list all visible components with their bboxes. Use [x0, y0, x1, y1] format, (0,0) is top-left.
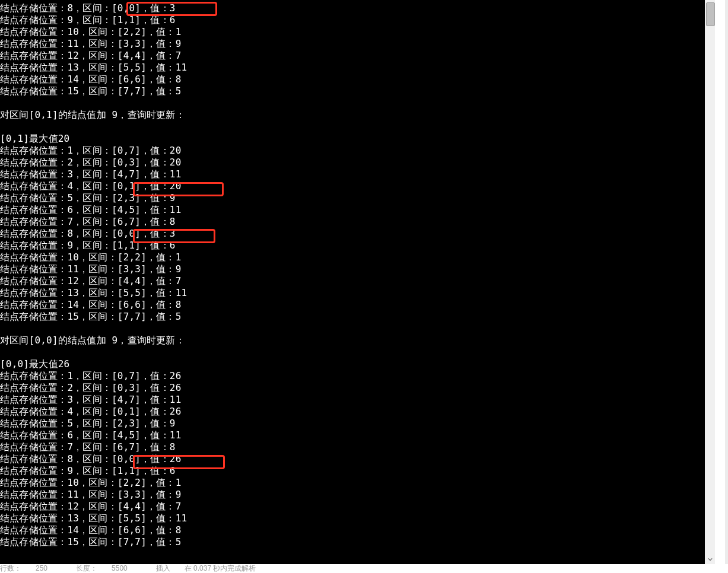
- console-line: 结点存储位置：4，区间：[0,1]，值：26: [0, 406, 715, 418]
- console-line: 结点存储位置：5，区间：[2,3]，值：9: [0, 192, 715, 204]
- console-line: 结点存储位置：2，区间：[0,3]，值：26: [0, 382, 715, 394]
- console-line: 结点存储位置：12，区间：[4,4]，值：7: [0, 501, 715, 512]
- console-line: 结点存储位置：13，区间：[5,5]，值：11: [0, 512, 715, 524]
- section-header: 对区间[0,0]的结点值加 9，查询时更新：: [0, 335, 715, 346]
- console-line: 结点存储位置：10，区间：[2,2]，值：1: [0, 26, 715, 38]
- console-line: 结点存储位置：11，区间：[3,3]，值：9: [0, 263, 715, 275]
- highlight-box-2: [133, 182, 224, 196]
- console-line: 结点存储位置：7，区间：[6,7]，值：8: [0, 441, 715, 453]
- console-line: 结点存储位置：14，区间：[6,6]，值：8: [0, 524, 715, 536]
- console-line: 结点存储位置：1，区间：[0,7]，值：20: [0, 145, 715, 157]
- console-line: 结点存储位置：15，区间：[7,7]，值：5: [0, 311, 715, 323]
- highlight-box-4: [133, 455, 225, 469]
- console-line: 结点存储位置：8，区间：[0,0]，值：26: [0, 453, 715, 465]
- status-insert-mode: 插入: [156, 564, 170, 573]
- status-length: 长度：5500: [76, 564, 142, 573]
- status-lines: 行数：250: [0, 564, 62, 573]
- highlight-box-1: [126, 2, 217, 16]
- console-line: 结点存储位置：7，区间：[6,7]，值：8: [0, 216, 715, 228]
- console-line: 结点存储位置：14，区间：[6,6]，值：8: [0, 74, 715, 85]
- max-value-line: [0,1]最大值20: [0, 133, 715, 145]
- console-line: 结点存储位置：6，区间：[4,5]，值：11: [0, 204, 715, 216]
- blank-line: [0, 121, 715, 133]
- console-line: 结点存储位置：15，区间：[7,7]，值：5: [0, 85, 715, 97]
- console-line: 结点存储位置：10，区间：[2,2]，值：1: [0, 477, 715, 489]
- console-line: 结点存储位置：10，区间：[2,2]，值：1: [0, 252, 715, 263]
- max-value-line: [0,0]最大值26: [0, 358, 715, 370]
- blank-line: [0, 323, 715, 335]
- status-time: 在 0.037 秒内完成解析: [185, 564, 256, 573]
- console-line: 结点存储位置：14，区间：[6,6]，值：8: [0, 299, 715, 311]
- scrollbar-down-button[interactable]: [705, 554, 715, 564]
- console-line: 结点存储位置：13，区间：[5,5]，值：11: [0, 62, 715, 74]
- console-line: 结点存储位置：6，区间：[4,5]，值：11: [0, 429, 715, 441]
- console-line: 结点存储位置：4，区间：[0,1]，值：20: [0, 180, 715, 192]
- section-header: 对区间[0,1]的结点值加 9，查询时更新：: [0, 109, 715, 121]
- blank-line: [0, 346, 715, 358]
- console-line: 结点存储位置：3，区间：[4,7]，值：11: [0, 168, 715, 180]
- status-bar: 行数：250 长度：5500 插入 在 0.037 秒内完成解析: [0, 564, 728, 573]
- console-line: 结点存储位置：11，区间：[3,3]，值：9: [0, 38, 715, 50]
- highlight-box-3: [133, 229, 215, 243]
- blank-line: [0, 97, 715, 109]
- console-line: 结点存储位置：5，区间：[2,3]，值：9: [0, 418, 715, 429]
- console-line: 结点存储位置：11，区间：[3,3]，值：9: [0, 489, 715, 501]
- console-line: 结点存储位置：9，区间：[1,1]，值：6: [0, 240, 715, 252]
- console-output: 结点存储位置：8，区间：[0,0]，值：3结点存储位置：9，区间：[1,1]，值…: [0, 0, 715, 564]
- console-line: 结点存储位置：12，区间：[4,4]，值：7: [0, 50, 715, 62]
- console-line: 结点存储位置：8，区间：[0,0]，值：3: [0, 2, 715, 14]
- console-line: 结点存储位置：3，区间：[4,7]，值：11: [0, 394, 715, 406]
- console-line: 结点存储位置：9，区间：[1,1]，值：6: [0, 465, 715, 477]
- console-line: 结点存储位置：8，区间：[0,0]，值：3: [0, 228, 715, 240]
- console-line: 结点存储位置：9，区间：[1,1]，值：6: [0, 14, 715, 26]
- console-line: 结点存储位置：2，区间：[0,3]，值：20: [0, 157, 715, 168]
- right-border-sliver: [725, 0, 728, 564]
- console-line: 结点存储位置：15，区间：[7,7]，值：5: [0, 536, 715, 548]
- console-line: 结点存储位置：13，区间：[5,5]，值：11: [0, 287, 715, 299]
- console-line: 结点存储位置：1，区间：[0,7]，值：26: [0, 370, 715, 382]
- console-line: 结点存储位置：12，区间：[4,4]，值：7: [0, 275, 715, 287]
